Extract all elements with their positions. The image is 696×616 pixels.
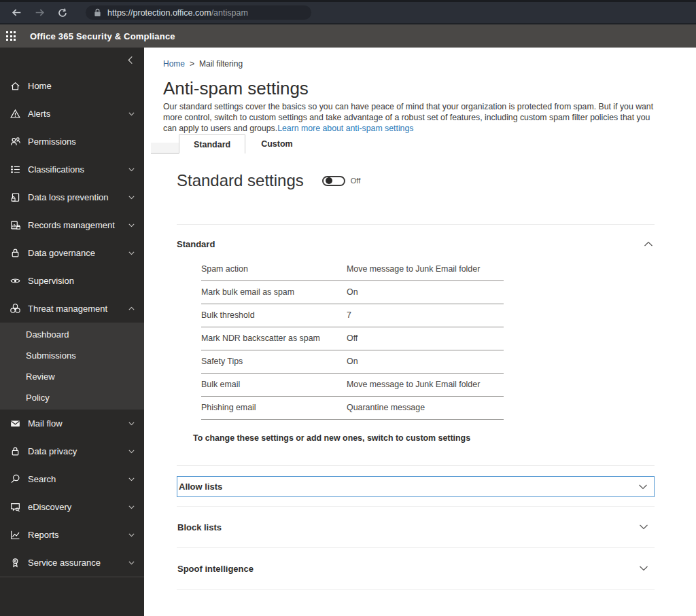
sidebar-item-supervision[interactable]: Supervision (0, 267, 144, 295)
tab-standard[interactable]: Standard (179, 134, 245, 153)
badge-ribbon-icon (10, 557, 21, 568)
learn-more-link[interactable]: Learn more about anti-spam settings (277, 124, 413, 133)
chevron-down-icon (638, 484, 648, 490)
sidebar-item-reports[interactable]: Reports (0, 521, 144, 549)
tab-strip: Standard Custom (151, 134, 655, 153)
ediscovery-icon (10, 501, 21, 513)
setting-row-safety-tips: Safety Tips On (201, 350, 504, 374)
standard-settings-table: Spam action Move message to Junk Email f… (201, 258, 504, 420)
sidebar-item-classifications[interactable]: Classifications (0, 156, 144, 183)
sidebar-subitem-review[interactable]: Review (0, 366, 144, 387)
chevron-down-icon (128, 503, 135, 511)
tab-custom[interactable]: Custom (245, 134, 309, 153)
sidebar-item-data-loss-prevention[interactable]: Data loss prevention (0, 183, 144, 211)
browser-back-button[interactable] (10, 6, 23, 20)
toggle-knob (326, 177, 332, 184)
chevron-down-icon (639, 565, 648, 572)
standard-settings-heading: Standard settings (177, 171, 304, 190)
left-navigation: Home Alerts Permissions Classifications … (0, 48, 144, 616)
page-description: Our standard settings cover the basics s… (163, 101, 655, 134)
alerts-icon (10, 108, 21, 120)
standard-settings-header: Standard settings Off (177, 171, 655, 190)
chevron-down-icon (128, 110, 135, 117)
switch-to-custom-note: To change these settings or add new ones… (193, 433, 655, 443)
chevron-down-icon (128, 559, 135, 566)
forward-arrow-icon (35, 10, 43, 16)
allow-lists-label: Allow lists (179, 482, 222, 492)
sidebar-item-alerts[interactable]: Alerts (0, 100, 144, 128)
toggle-state-label: Off (351, 177, 360, 185)
sidebar-item-mail-flow[interactable]: Mail flow (0, 410, 144, 437)
sidebar-subitem-policy[interactable]: Policy (0, 387, 144, 408)
standard-section-title: Standard (177, 239, 215, 249)
section-spoof-intelligence[interactable]: Spoof intelligence (177, 548, 655, 589)
chevron-down-icon (128, 194, 135, 201)
chevron-down-icon (128, 166, 135, 173)
refresh-icon (57, 7, 68, 18)
sidebar-item-records-management[interactable]: Records management (0, 211, 144, 239)
lock-icon (94, 8, 101, 17)
tab-strip-lead (151, 143, 179, 153)
envelope-icon (10, 418, 21, 429)
section-divider (177, 465, 655, 466)
sidebar-item-data-governance[interactable]: Data governance (0, 239, 144, 267)
permissions-icon (10, 136, 21, 147)
home-icon (10, 80, 21, 92)
collapse-standard-section-button[interactable] (642, 238, 655, 249)
standard-section-header: Standard (177, 238, 655, 249)
section-block-lists[interactable]: Block lists (177, 507, 655, 547)
section-divider (177, 224, 655, 225)
chevron-down-icon (128, 475, 135, 483)
browser-refresh-button[interactable] (56, 6, 69, 20)
sidebar-item-ediscovery[interactable]: eDiscovery (0, 493, 144, 521)
url-path: /antispam (211, 8, 248, 18)
chevron-down-icon (128, 531, 135, 539)
section-divider (177, 589, 655, 590)
lock-icon (10, 247, 21, 259)
main-content: Home>Mail filtering Anti-spam settings O… (144, 48, 696, 616)
breadcrumb-home-link[interactable]: Home (163, 59, 185, 69)
sidebar-item-permissions[interactable]: Permissions (0, 128, 144, 156)
app-title: Office 365 Security & Compliance (30, 31, 175, 41)
section-allow-lists[interactable]: Allow lists (177, 476, 655, 497)
sidebar-item-search[interactable]: Search (0, 465, 144, 493)
dlp-document-lock-icon (10, 192, 21, 203)
setting-row-ndr-backscatter: Mark NDR backscatter as spam Off (201, 327, 504, 350)
breadcrumb: Home>Mail filtering (163, 60, 655, 68)
setting-row-bulk-threshold: Bulk threshold 7 (201, 304, 504, 327)
search-icon (10, 473, 21, 485)
eye-icon (10, 275, 21, 287)
chevron-up-icon (644, 240, 653, 247)
sidebar-item-service-assurance[interactable]: Service assurance (0, 549, 144, 577)
lock-icon (10, 446, 21, 457)
chevron-down-icon (128, 249, 135, 257)
spoof-intelligence-label: Spoof intelligence (177, 564, 254, 574)
sidebar-subitem-submissions[interactable]: Submissions (0, 345, 144, 366)
block-lists-label: Block lists (177, 522, 222, 532)
sidebar-item-threat-management[interactable]: Threat management (0, 295, 144, 323)
sidebar-divider (0, 577, 144, 577)
breadcrumb-current: Mail filtering (199, 59, 243, 69)
setting-row-spam-action: Spam action Move message to Junk Email f… (201, 258, 504, 281)
sidebar-item-data-privacy[interactable]: Data privacy (0, 437, 144, 465)
threat-management-submenu: Dashboard Submissions Review Policy (0, 323, 144, 410)
chevron-down-icon (128, 221, 135, 229)
address-bar[interactable]: https://protection.office.com/antispam (86, 5, 311, 20)
browser-forward-button[interactable] (33, 6, 46, 20)
app-launcher-waffle-icon[interactable] (6, 31, 16, 41)
sidebar-subitem-dashboard[interactable]: Dashboard (0, 324, 144, 345)
setting-row-bulk-email: Bulk email Move message to Junk Email fo… (201, 374, 504, 397)
breadcrumb-separator: > (190, 59, 194, 69)
standard-settings-toggle[interactable] (322, 176, 345, 186)
back-arrow-icon (13, 10, 20, 16)
chevron-down-icon (639, 524, 648, 530)
collapse-sidebar-button[interactable] (125, 54, 135, 67)
records-management-icon (10, 219, 21, 231)
url-host: https://protection.office.com (107, 8, 211, 18)
classifications-icon (10, 164, 21, 175)
browser-toolbar: https://protection.office.com/antispam (0, 2, 696, 23)
biohazard-icon (10, 303, 21, 314)
page-title: Anti-spam settings (163, 79, 655, 98)
chevron-left-icon (126, 56, 134, 65)
sidebar-item-home[interactable]: Home (0, 72, 144, 100)
